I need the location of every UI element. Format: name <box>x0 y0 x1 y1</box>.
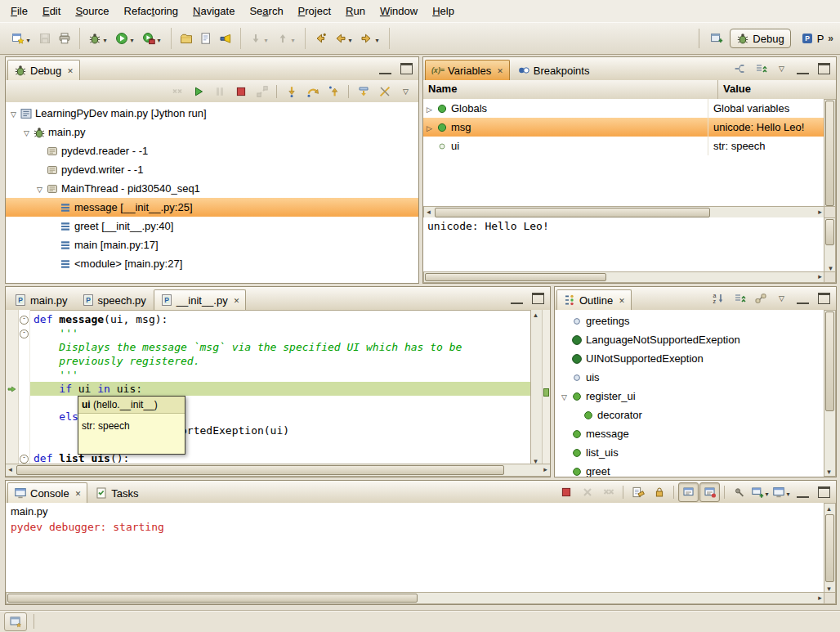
print-button[interactable] <box>56 29 74 48</box>
external-tools-button[interactable] <box>140 29 165 48</box>
tab-tasks[interactable]: Tasks <box>88 482 145 503</box>
maximize-icon[interactable] <box>528 289 548 308</box>
open-perspective-button[interactable] <box>706 29 726 48</box>
step-filters-button[interactable] <box>374 82 395 101</box>
step-return-button[interactable] <box>324 82 344 101</box>
scrollbar-thumb[interactable] <box>425 273 606 281</box>
variable-detail-pane[interactable]: unicode: Hello Leo! <box>423 217 825 276</box>
expander-icon[interactable] <box>34 182 46 195</box>
collapse-all-button[interactable] <box>750 59 771 78</box>
scroll-up-icon[interactable] <box>531 310 540 319</box>
save-button[interactable] <box>36 29 54 48</box>
collapse-all-button[interactable] <box>729 289 749 308</box>
editor-horizontal-scrollbar[interactable] <box>6 464 550 477</box>
expander-icon[interactable] <box>423 121 436 133</box>
debug-tree-row[interactable]: MainThread - pid30540_seq1 <box>6 179 418 198</box>
expander-icon[interactable] <box>558 390 570 402</box>
show-stdout-button[interactable] <box>678 482 699 502</box>
dropdown-arrow-icon[interactable] <box>128 33 136 45</box>
tab-debug[interactable]: Debug <box>7 60 80 80</box>
fast-view-button[interactable] <box>4 612 27 631</box>
scroll-right-icon[interactable] <box>541 464 550 473</box>
view-menu-icon[interactable] <box>771 59 792 78</box>
column-header-name[interactable]: Name <box>423 80 718 99</box>
tab-variables[interactable]: (x)=Variables <box>425 60 510 80</box>
maximize-icon[interactable] <box>396 59 417 78</box>
maximize-icon[interactable] <box>814 289 834 308</box>
maximize-icon[interactable] <box>814 59 834 78</box>
perspective-pydev-button[interactable]: P P <box>794 29 825 48</box>
outline-row[interactable]: decorator <box>555 406 825 424</box>
menu-edit[interactable]: Edit <box>35 2 68 20</box>
menu-file[interactable]: File <box>3 2 35 20</box>
annotation-next-button[interactable] <box>247 29 272 48</box>
terminate-button[interactable] <box>230 82 251 101</box>
perspective-debug-button[interactable]: Debug <box>730 29 790 48</box>
code-area[interactable]: ui (hello.__init__) str: speech def mess… <box>30 310 530 465</box>
minimize-icon[interactable] <box>507 289 527 308</box>
detail-vertical-scrollbar[interactable] <box>824 217 836 273</box>
scrollbar-thumb[interactable] <box>16 465 504 475</box>
last-edit-button[interactable] <box>311 29 329 48</box>
dropdown-arrow-icon[interactable] <box>764 486 770 499</box>
menu-source[interactable]: Source <box>68 2 116 20</box>
variable-row[interactable]: msgunicode: Hello Leo! <box>423 118 825 137</box>
scrollbar-thumb[interactable] <box>7 594 418 603</box>
scrollbar-thumb[interactable] <box>532 320 541 382</box>
editor-folding-column[interactable] <box>19 310 30 465</box>
editor-overview-ruler[interactable] <box>542 310 550 465</box>
scroll-up-icon[interactable] <box>824 504 833 513</box>
variable-row[interactable]: GlobalsGlobal variables <box>423 99 825 118</box>
new-wizard-button[interactable] <box>9 29 34 48</box>
scrollbar-thumb[interactable] <box>825 312 834 411</box>
pin-console-button[interactable] <box>729 482 749 502</box>
scroll-left-icon[interactable] <box>6 464 15 473</box>
debug-tree-row[interactable]: pydevd.reader - -1 <box>6 141 418 160</box>
minimize-icon[interactable] <box>375 59 395 78</box>
annotation-prev-button[interactable] <box>274 29 299 48</box>
tab-console[interactable]: Console <box>7 482 87 503</box>
menu-window[interactable]: Window <box>373 2 425 20</box>
tab-main-py[interactable]: Pmain.py <box>7 289 74 310</box>
remove-all-button[interactable] <box>598 482 619 502</box>
sort-button[interactable]: az <box>708 289 728 308</box>
outline-row[interactable]: LanguageNotSupportedExeption <box>555 330 825 349</box>
scrollbar-thumb[interactable] <box>825 219 834 245</box>
debug-tree-row[interactable]: message [__init__.py:25] <box>6 198 418 217</box>
console-vertical-scrollbar[interactable] <box>824 503 836 594</box>
drop-to-frame-button[interactable] <box>353 82 373 101</box>
link-editor-button[interactable] <box>750 289 771 308</box>
minimize-icon[interactable] <box>793 482 813 502</box>
display-console-button[interactable] <box>771 482 792 502</box>
minimize-icon[interactable] <box>793 59 813 78</box>
run-button[interactable] <box>113 29 138 48</box>
search-button[interactable] <box>217 29 235 48</box>
maximize-icon[interactable] <box>814 482 834 502</box>
outline-row[interactable]: message <box>555 424 825 443</box>
dropdown-arrow-icon[interactable] <box>25 33 32 45</box>
menu-help[interactable]: Help <box>425 2 462 20</box>
tooltip-variable-row[interactable]: ui (hello.__init__) <box>78 397 185 414</box>
open-element-button[interactable] <box>197 29 215 48</box>
close-icon[interactable] <box>75 488 82 499</box>
step-into-button[interactable] <box>281 82 302 101</box>
menu-run[interactable]: Run <box>338 2 373 20</box>
scroll-left-icon[interactable] <box>424 207 433 216</box>
dropdown-arrow-icon[interactable] <box>289 33 297 45</box>
debug-tree-row[interactable]: <module> [main.py:27] <box>6 254 418 273</box>
forward-button[interactable] <box>358 29 383 48</box>
suspend-button[interactable] <box>209 82 230 101</box>
debug-tree-row[interactable]: main [main.py:17] <box>6 235 418 254</box>
view-menu-icon[interactable] <box>771 289 792 308</box>
expander-icon[interactable] <box>7 107 20 119</box>
expander-icon[interactable] <box>20 126 33 138</box>
new-module-button[interactable] <box>177 29 195 48</box>
disconnect-button[interactable] <box>252 82 272 101</box>
menu-navigate[interactable]: Navigate <box>185 2 242 20</box>
minimize-icon[interactable] <box>793 289 813 308</box>
outline-vertical-scrollbar[interactable] <box>824 310 836 477</box>
close-icon[interactable] <box>497 65 503 76</box>
console-horizontal-scrollbar[interactable] <box>6 592 825 604</box>
menu-project[interactable]: Project <box>291 2 338 20</box>
close-icon[interactable] <box>234 295 240 306</box>
